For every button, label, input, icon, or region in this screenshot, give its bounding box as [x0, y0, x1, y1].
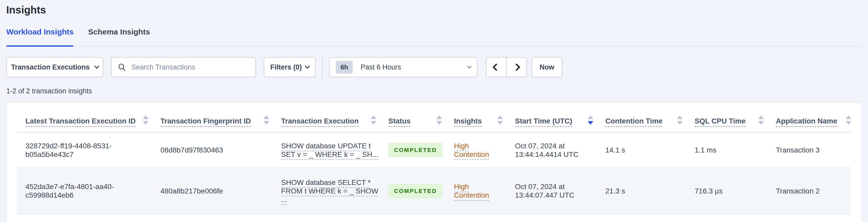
chevron-right-icon [513, 64, 520, 71]
tab-schema-insights[interactable]: Schema Insights [88, 27, 150, 46]
time-range-label: Past 6 Hours [361, 63, 401, 71]
tab-bar: Workload Insights Schema Insights [6, 27, 862, 46]
sort-icon[interactable] [846, 116, 851, 125]
cell-sql-cpu-time: 1.1 ms [694, 146, 776, 154]
column-header-transaction-execution[interactable]: Transaction Execution [281, 116, 388, 132]
transaction-type-dropdown[interactable]: Transaction Executions [6, 57, 103, 77]
chevron-left-icon [493, 64, 500, 71]
transaction-execution-link[interactable]: SHOW database UPDATE t SET v = _ WHERE k… [281, 141, 378, 159]
time-range-badge: 6h [336, 61, 353, 74]
search-icon [118, 63, 126, 71]
now-button[interactable]: Now [532, 57, 562, 77]
search-input[interactable] [111, 57, 256, 77]
insight-link[interactable]: High Contention [454, 141, 498, 159]
cell-execution-id: 328729d2-ff19-4408-8531-b05a5b4e43c7 [25, 141, 140, 159]
insights-table-card: Latest Transaction Execution ID Transact… [6, 102, 862, 222]
sort-icon[interactable] [264, 116, 269, 125]
transaction-type-label: Transaction Executions [11, 63, 90, 71]
search-box [111, 57, 256, 77]
toolbar: Transaction Executions Filters (0) 6h Pa… [6, 56, 862, 78]
time-range-picker[interactable]: 6h Past 6 Hours [329, 57, 477, 77]
chevron-down-icon [467, 64, 472, 68]
now-label: Now [540, 63, 554, 71]
column-header-transaction-fingerprint-id[interactable]: Transaction Fingerprint ID [160, 116, 281, 132]
cell-application-name: Transaction 2 [776, 187, 851, 195]
chevron-down-icon [305, 64, 310, 69]
prev-time-button[interactable] [487, 58, 506, 77]
cell-contention-time: 21.3 s [605, 187, 694, 195]
table-header-row: Latest Transaction Execution ID Transact… [17, 102, 851, 132]
column-header-start-time[interactable]: Start Time (UTC) [515, 116, 605, 132]
sort-icon-active-desc[interactable] [588, 116, 593, 125]
column-header-latest-transaction-execution-id[interactable]: Latest Transaction Execution ID [25, 116, 160, 132]
cell-contention-time: 14.1 s [605, 146, 694, 154]
cell-execution-id: 452da3e7-e7fa-4801-aa40-c59988d14eb6 [25, 182, 140, 199]
column-header-application-name[interactable]: Application Name [776, 116, 851, 132]
sort-icon[interactable] [371, 116, 376, 125]
status-badge: COMPLETED [388, 184, 442, 198]
cell-start-time: Oct 07, 2024 at 13:44:07.447 UTC [515, 182, 581, 199]
time-step-controls [486, 57, 527, 77]
sort-icon[interactable] [436, 116, 442, 125]
table-row[interactable]: 452da3e7-e7fa-4801-aa40-c59988d14eb6 480… [17, 168, 851, 214]
column-header-sql-cpu-time[interactable]: SQL CPU Time [694, 116, 776, 132]
filters-label: Filters (0) [270, 63, 302, 71]
sort-icon[interactable] [143, 116, 149, 125]
tab-workload-insights[interactable]: Workload Insights [6, 27, 73, 46]
page-title: Insights [6, 4, 862, 16]
status-badge: COMPLETED [388, 143, 442, 157]
cell-start-time: Oct 07, 2024 at 13:44:14.4414 UTC [515, 141, 581, 159]
insights-page: Insights Workload Insights Schema Insigh… [0, 4, 868, 222]
chevron-down-icon [94, 64, 99, 69]
cell-sql-cpu-time: 716.3 µs [694, 187, 776, 195]
results-count: 1-2 of 2 transaction insights [6, 87, 862, 95]
sort-icon[interactable] [758, 116, 764, 125]
table-row[interactable]: 328729d2-ff19-4408-8531-b05a5b4e43c7 08d… [17, 132, 851, 168]
column-header-status[interactable]: Status [388, 116, 454, 132]
cell-fingerprint-id: 08d8b7d97f830463 [160, 146, 281, 154]
toolbar-divider [322, 56, 323, 78]
next-time-button[interactable] [506, 58, 526, 77]
column-header-insights[interactable]: Insights [454, 116, 515, 132]
cell-fingerprint-id: 480a8b217be006fe [160, 187, 281, 195]
column-header-contention-time[interactable]: Contention Time [605, 116, 694, 132]
filters-button[interactable]: Filters (0) [264, 57, 316, 77]
insight-link[interactable]: High Contention [454, 182, 498, 199]
sort-icon[interactable] [677, 116, 683, 125]
sort-icon[interactable] [497, 116, 503, 125]
transaction-execution-link[interactable]: SHOW database SELECT * FROM t WHERE k = … [281, 178, 378, 204]
cell-application-name: Transaction 3 [776, 146, 851, 154]
